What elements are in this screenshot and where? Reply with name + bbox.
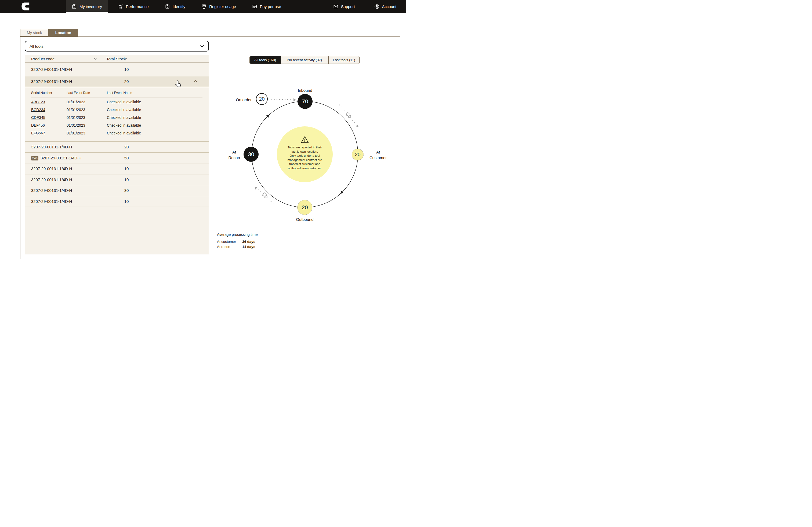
diagram-center-note: Tools are reported in their last known l… xyxy=(277,126,333,182)
node-at-customer: 20 xyxy=(352,149,364,161)
nav-label: Pay per use xyxy=(260,4,281,9)
arrowhead-icon xyxy=(293,99,296,102)
tab-label: My stock xyxy=(27,31,42,35)
label-at-recon: At Recon xyxy=(223,149,245,161)
serial-link[interactable]: BCD234 xyxy=(31,106,45,114)
note-line: management contract are xyxy=(277,158,333,162)
arrowhead-icon xyxy=(356,124,360,128)
last-event-date: 01/01/2023 xyxy=(67,98,85,106)
clipboard-check-icon xyxy=(165,4,170,9)
top-navbar: My inventory Performance Identify Regi xyxy=(0,0,406,13)
nav-item-identify[interactable]: Identify xyxy=(159,0,191,13)
outbound-to-recon-arrow xyxy=(270,200,273,204)
product-code: 3207-29-00131-1/4D-H xyxy=(31,185,72,196)
tms-badge: TMS xyxy=(31,156,39,161)
segment-label: All tools (160) xyxy=(254,58,276,62)
processing-time-title: Average processing time xyxy=(217,232,258,237)
node-value: 20 xyxy=(355,152,361,157)
nav-item-register-usage[interactable]: Register usage xyxy=(195,0,242,13)
segment-no-recent-activity[interactable]: No recent activity (37) xyxy=(280,56,329,64)
hand-cursor xyxy=(175,80,182,89)
serial-table-header: Serial Number Last Event Date Last Event… xyxy=(31,87,202,97)
serial-link[interactable]: DEF456 xyxy=(31,122,45,129)
clipboard-check-icon xyxy=(72,4,77,9)
collapse-chevron-up-icon[interactable] xyxy=(193,80,198,82)
brand-logo[interactable] xyxy=(21,2,31,11)
credit-card-icon xyxy=(252,4,257,9)
processing-value: 14 days xyxy=(242,244,255,249)
label-on-order: On order xyxy=(227,97,251,103)
nav-label: Account xyxy=(382,4,396,9)
serial-link[interactable]: CDE345 xyxy=(31,114,45,122)
total-stock-value: 10 xyxy=(118,163,134,174)
processing-time-row: At recon 14 days xyxy=(217,244,258,249)
table-row[interactable]: 3207-29-00131-1/4D-H 10 xyxy=(25,63,209,76)
serial-table-body: ABC123 01/01/2023 Checked in available B… xyxy=(25,97,209,141)
nav-item-pay-per-use[interactable]: Pay per use xyxy=(246,0,287,13)
terminal-icon xyxy=(201,4,206,9)
total-stock-value: 50 xyxy=(118,153,134,163)
segment-all-tools[interactable]: All tools (160) xyxy=(250,56,280,64)
serial-row: CDE345 01/01/2023 Checked in available xyxy=(31,114,202,122)
nav-item-performance[interactable]: Performance xyxy=(112,0,155,13)
column-last-event-date: Last Event Date xyxy=(67,91,90,95)
serial-link[interactable]: EFG567 xyxy=(31,129,45,137)
on-order-arrow xyxy=(269,99,293,100)
nav-label: Support xyxy=(341,4,355,9)
product-code: 3207-29-00131-1/4D-H xyxy=(31,142,72,152)
serial-row: BCD234 01/01/2023 Checked in available xyxy=(31,106,202,114)
product-code: 3207-29-00131-1/4D-H xyxy=(31,175,72,185)
nav-left-group: My inventory Performance Identify Regi xyxy=(66,0,287,13)
product-code: 3207-29-00131-1/4D-H xyxy=(31,196,72,207)
column-total-stock[interactable]: Total Stock xyxy=(106,57,126,61)
last-event-date: 01/01/2023 xyxy=(67,129,85,137)
total-stock-value: 10 xyxy=(118,196,134,207)
nav-item-my-inventory[interactable]: My inventory xyxy=(66,0,108,13)
label-outbound: Outbound xyxy=(291,216,318,222)
note-line: last known location. xyxy=(277,150,333,154)
product-code: 3207-29-00131-1/4D-H xyxy=(31,63,72,76)
account-person-icon xyxy=(374,4,379,9)
processing-label: At recon xyxy=(217,244,242,249)
sort-chevron-icon[interactable] xyxy=(94,58,97,60)
table-row[interactable]: 3207-29-00131-1/4D-H 10 xyxy=(25,196,209,207)
tab-my-stock[interactable]: My stock xyxy=(20,29,48,36)
column-product-code[interactable]: Product code xyxy=(31,57,55,61)
note-line: Only tools under a tool xyxy=(277,154,333,158)
tab-location[interactable]: Location xyxy=(48,29,78,36)
product-code: TMS3207-29-00131-1/4D-H xyxy=(31,153,81,163)
product-code: 3207-29-00131-1/4D-H xyxy=(31,163,72,174)
last-event-date: 01/01/2023 xyxy=(67,106,85,114)
sort-chevron-icon[interactable] xyxy=(124,58,127,60)
tab-label: Location xyxy=(55,31,71,35)
segment-label: Lost tools (11) xyxy=(333,58,355,62)
total-stock-value: 20 xyxy=(118,76,134,87)
table-row[interactable]: TMS3207-29-00131-1/4D-H 50 xyxy=(25,152,209,163)
tool-filter-select[interactable]: All tools xyxy=(25,41,209,51)
inbound-to-customer-arrow xyxy=(339,105,345,111)
last-event-name: Checked in available xyxy=(107,114,141,122)
table-row[interactable]: 3207-29-00131-1/4D-H 20 xyxy=(25,141,209,152)
nav-item-account[interactable]: Account xyxy=(368,0,403,13)
table-row[interactable]: 3207-29-00131-1/4D-H 10 xyxy=(25,163,209,174)
nav-item-support[interactable]: Support xyxy=(327,0,361,13)
nav-label: Performance xyxy=(126,4,149,9)
stock-table-header: Product code Total Stock xyxy=(25,55,209,63)
nav-label: Register usage xyxy=(209,4,236,9)
segment-lost-tools[interactable]: Lost tools (11) xyxy=(329,56,359,64)
table-row[interactable]: 3207-29-00131-1/4D-H 10 xyxy=(25,174,209,185)
outbound-to-recon-arrow xyxy=(258,190,260,192)
node-at-recon: 30 xyxy=(244,147,259,162)
processing-time-row: At customer 36 days xyxy=(217,239,258,244)
node-inbound: 70 xyxy=(298,94,313,109)
serial-link[interactable]: ABC123 xyxy=(31,98,45,106)
chart-icon xyxy=(118,4,123,9)
serial-row: EFG567 01/01/2023 Checked in available xyxy=(31,129,202,137)
table-row[interactable]: 3207-29-00131-1/4D-H 30 xyxy=(25,185,209,196)
chevron-down-icon xyxy=(200,45,204,47)
total-stock-value: 30 xyxy=(118,185,134,196)
truck-icon xyxy=(346,112,352,119)
last-event-name: Checked in available xyxy=(107,106,141,114)
last-event-date: 01/01/2023 xyxy=(67,122,85,129)
nav-right-group: Support Account xyxy=(327,0,402,13)
